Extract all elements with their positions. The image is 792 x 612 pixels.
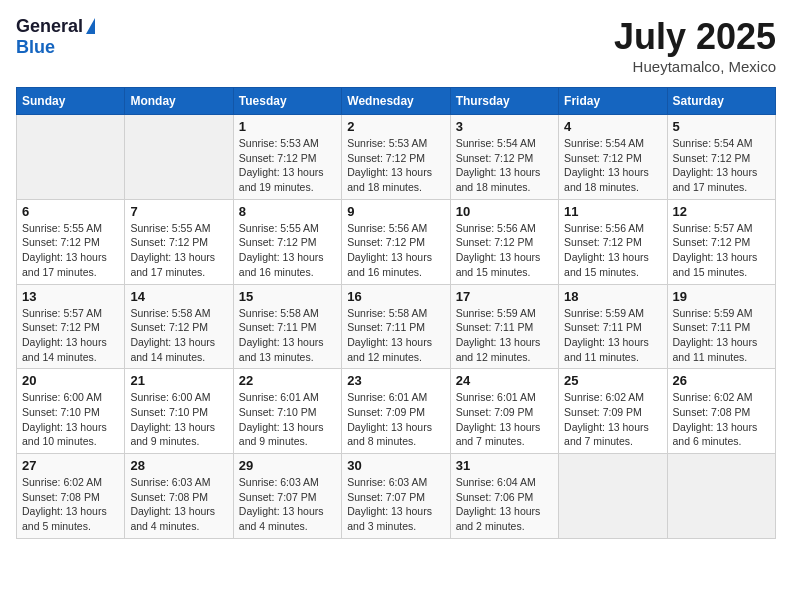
day-cell: 9Sunrise: 5:56 AM Sunset: 7:12 PM Daylig… [342, 199, 450, 284]
weekday-header-sunday: Sunday [17, 88, 125, 115]
day-info: Sunrise: 5:56 AM Sunset: 7:12 PM Dayligh… [456, 221, 553, 280]
day-info: Sunrise: 5:59 AM Sunset: 7:11 PM Dayligh… [564, 306, 661, 365]
day-cell: 27Sunrise: 6:02 AM Sunset: 7:08 PM Dayli… [17, 454, 125, 539]
day-number: 12 [673, 204, 770, 219]
day-number: 2 [347, 119, 444, 134]
day-info: Sunrise: 5:58 AM Sunset: 7:12 PM Dayligh… [130, 306, 227, 365]
weekday-header-thursday: Thursday [450, 88, 558, 115]
day-number: 13 [22, 289, 119, 304]
day-info: Sunrise: 5:54 AM Sunset: 7:12 PM Dayligh… [456, 136, 553, 195]
day-info: Sunrise: 6:03 AM Sunset: 7:08 PM Dayligh… [130, 475, 227, 534]
day-cell: 24Sunrise: 6:01 AM Sunset: 7:09 PM Dayli… [450, 369, 558, 454]
day-cell: 22Sunrise: 6:01 AM Sunset: 7:10 PM Dayli… [233, 369, 341, 454]
day-cell: 11Sunrise: 5:56 AM Sunset: 7:12 PM Dayli… [559, 199, 667, 284]
day-info: Sunrise: 5:53 AM Sunset: 7:12 PM Dayligh… [239, 136, 336, 195]
day-cell: 4Sunrise: 5:54 AM Sunset: 7:12 PM Daylig… [559, 115, 667, 200]
day-cell: 26Sunrise: 6:02 AM Sunset: 7:08 PM Dayli… [667, 369, 775, 454]
day-cell: 23Sunrise: 6:01 AM Sunset: 7:09 PM Dayli… [342, 369, 450, 454]
day-info: Sunrise: 6:01 AM Sunset: 7:10 PM Dayligh… [239, 390, 336, 449]
day-number: 22 [239, 373, 336, 388]
day-number: 19 [673, 289, 770, 304]
day-cell: 16Sunrise: 5:58 AM Sunset: 7:11 PM Dayli… [342, 284, 450, 369]
week-row-1: 1Sunrise: 5:53 AM Sunset: 7:12 PM Daylig… [17, 115, 776, 200]
day-cell: 17Sunrise: 5:59 AM Sunset: 7:11 PM Dayli… [450, 284, 558, 369]
day-number: 1 [239, 119, 336, 134]
day-cell: 3Sunrise: 5:54 AM Sunset: 7:12 PM Daylig… [450, 115, 558, 200]
day-info: Sunrise: 5:54 AM Sunset: 7:12 PM Dayligh… [564, 136, 661, 195]
day-cell: 2Sunrise: 5:53 AM Sunset: 7:12 PM Daylig… [342, 115, 450, 200]
day-number: 26 [673, 373, 770, 388]
day-number: 10 [456, 204, 553, 219]
week-row-2: 6Sunrise: 5:55 AM Sunset: 7:12 PM Daylig… [17, 199, 776, 284]
weekday-header-saturday: Saturday [667, 88, 775, 115]
day-info: Sunrise: 6:02 AM Sunset: 7:08 PM Dayligh… [22, 475, 119, 534]
weekday-header-friday: Friday [559, 88, 667, 115]
day-cell: 1Sunrise: 5:53 AM Sunset: 7:12 PM Daylig… [233, 115, 341, 200]
day-cell: 19Sunrise: 5:59 AM Sunset: 7:11 PM Dayli… [667, 284, 775, 369]
title-block: July 2025 Hueytamalco, Mexico [614, 16, 776, 75]
day-number: 16 [347, 289, 444, 304]
day-number: 24 [456, 373, 553, 388]
day-cell [17, 115, 125, 200]
day-cell: 6Sunrise: 5:55 AM Sunset: 7:12 PM Daylig… [17, 199, 125, 284]
day-cell: 21Sunrise: 6:00 AM Sunset: 7:10 PM Dayli… [125, 369, 233, 454]
day-info: Sunrise: 6:01 AM Sunset: 7:09 PM Dayligh… [347, 390, 444, 449]
week-row-4: 20Sunrise: 6:00 AM Sunset: 7:10 PM Dayli… [17, 369, 776, 454]
day-cell: 29Sunrise: 6:03 AM Sunset: 7:07 PM Dayli… [233, 454, 341, 539]
weekday-header-row: SundayMondayTuesdayWednesdayThursdayFrid… [17, 88, 776, 115]
day-number: 30 [347, 458, 444, 473]
day-cell: 25Sunrise: 6:02 AM Sunset: 7:09 PM Dayli… [559, 369, 667, 454]
week-row-3: 13Sunrise: 5:57 AM Sunset: 7:12 PM Dayli… [17, 284, 776, 369]
day-cell: 10Sunrise: 5:56 AM Sunset: 7:12 PM Dayli… [450, 199, 558, 284]
day-number: 29 [239, 458, 336, 473]
logo-triangle-icon [86, 18, 95, 34]
day-cell: 15Sunrise: 5:58 AM Sunset: 7:11 PM Dayli… [233, 284, 341, 369]
day-info: Sunrise: 5:57 AM Sunset: 7:12 PM Dayligh… [673, 221, 770, 280]
page-header: General Blue July 2025 Hueytamalco, Mexi… [16, 16, 776, 75]
day-info: Sunrise: 5:55 AM Sunset: 7:12 PM Dayligh… [130, 221, 227, 280]
day-cell [559, 454, 667, 539]
day-info: Sunrise: 6:00 AM Sunset: 7:10 PM Dayligh… [22, 390, 119, 449]
day-number: 5 [673, 119, 770, 134]
day-number: 23 [347, 373, 444, 388]
day-info: Sunrise: 6:02 AM Sunset: 7:09 PM Dayligh… [564, 390, 661, 449]
day-info: Sunrise: 5:59 AM Sunset: 7:11 PM Dayligh… [456, 306, 553, 365]
day-cell: 7Sunrise: 5:55 AM Sunset: 7:12 PM Daylig… [125, 199, 233, 284]
day-number: 20 [22, 373, 119, 388]
day-info: Sunrise: 5:53 AM Sunset: 7:12 PM Dayligh… [347, 136, 444, 195]
day-cell: 12Sunrise: 5:57 AM Sunset: 7:12 PM Dayli… [667, 199, 775, 284]
day-number: 28 [130, 458, 227, 473]
day-info: Sunrise: 5:55 AM Sunset: 7:12 PM Dayligh… [239, 221, 336, 280]
day-info: Sunrise: 5:57 AM Sunset: 7:12 PM Dayligh… [22, 306, 119, 365]
day-cell: 30Sunrise: 6:03 AM Sunset: 7:07 PM Dayli… [342, 454, 450, 539]
day-number: 8 [239, 204, 336, 219]
day-info: Sunrise: 6:01 AM Sunset: 7:09 PM Dayligh… [456, 390, 553, 449]
day-cell: 31Sunrise: 6:04 AM Sunset: 7:06 PM Dayli… [450, 454, 558, 539]
day-cell: 5Sunrise: 5:54 AM Sunset: 7:12 PM Daylig… [667, 115, 775, 200]
logo-blue-text: Blue [16, 37, 55, 57]
calendar-title: July 2025 [614, 16, 776, 58]
weekday-header-wednesday: Wednesday [342, 88, 450, 115]
day-cell: 14Sunrise: 5:58 AM Sunset: 7:12 PM Dayli… [125, 284, 233, 369]
day-cell: 13Sunrise: 5:57 AM Sunset: 7:12 PM Dayli… [17, 284, 125, 369]
calendar-table: SundayMondayTuesdayWednesdayThursdayFrid… [16, 87, 776, 539]
day-cell: 20Sunrise: 6:00 AM Sunset: 7:10 PM Dayli… [17, 369, 125, 454]
day-number: 9 [347, 204, 444, 219]
day-number: 3 [456, 119, 553, 134]
day-number: 21 [130, 373, 227, 388]
day-info: Sunrise: 5:59 AM Sunset: 7:11 PM Dayligh… [673, 306, 770, 365]
day-number: 15 [239, 289, 336, 304]
day-info: Sunrise: 6:02 AM Sunset: 7:08 PM Dayligh… [673, 390, 770, 449]
day-number: 4 [564, 119, 661, 134]
week-row-5: 27Sunrise: 6:02 AM Sunset: 7:08 PM Dayli… [17, 454, 776, 539]
day-cell [667, 454, 775, 539]
weekday-header-tuesday: Tuesday [233, 88, 341, 115]
day-info: Sunrise: 5:56 AM Sunset: 7:12 PM Dayligh… [564, 221, 661, 280]
logo-general-text: General [16, 16, 83, 37]
day-number: 18 [564, 289, 661, 304]
day-info: Sunrise: 5:54 AM Sunset: 7:12 PM Dayligh… [673, 136, 770, 195]
day-number: 7 [130, 204, 227, 219]
day-info: Sunrise: 5:58 AM Sunset: 7:11 PM Dayligh… [347, 306, 444, 365]
day-number: 27 [22, 458, 119, 473]
day-number: 31 [456, 458, 553, 473]
